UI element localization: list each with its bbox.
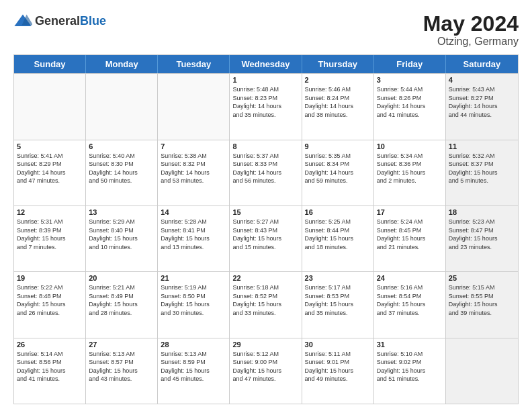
day-number: 25 — [449, 274, 515, 282]
cell-line: and 7 minutes. — [17, 243, 83, 252]
calendar-cell — [446, 338, 518, 404]
calendar-cell — [158, 74, 230, 139]
cell-line: Sunset: 8:48 PM — [17, 292, 83, 301]
cell-line: Sunset: 8:41 PM — [161, 226, 226, 235]
cell-line: Sunrise: 5:23 AM — [449, 218, 515, 226]
cell-line: Daylight: 14 hours — [449, 102, 515, 111]
calendar-cell: 30Sunrise: 5:11 AMSunset: 9:01 PMDayligh… — [302, 338, 374, 404]
calendar-cell: 9Sunrise: 5:35 AMSunset: 8:34 PMDaylight… — [302, 140, 374, 205]
cell-line: and 47 minutes. — [17, 177, 83, 185]
calendar-cell: 18Sunrise: 5:23 AMSunset: 8:47 PMDayligh… — [446, 206, 518, 271]
cell-line: Sunrise: 5:38 AM — [161, 152, 226, 161]
cell-line: Sunset: 8:49 PM — [89, 292, 154, 301]
cell-line: and 47 minutes. — [232, 375, 298, 383]
cell-line: Sunset: 8:30 PM — [89, 160, 154, 169]
cell-line: Daylight: 14 hours — [377, 102, 443, 111]
cell-line: and 23 minutes. — [449, 243, 515, 252]
cell-line: Sunset: 8:40 PM — [89, 226, 154, 235]
cell-line: Sunset: 8:57 PM — [89, 358, 154, 367]
cell-line: Daylight: 15 hours — [449, 234, 515, 243]
cell-line: Sunrise: 5:16 AM — [377, 283, 443, 292]
cell-line: and 59 minutes. — [305, 177, 371, 185]
cell-line: Sunrise: 5:10 AM — [377, 350, 443, 359]
calendar-cell: 5Sunrise: 5:41 AMSunset: 8:29 PMDaylight… — [14, 140, 86, 205]
calendar-cell: 10Sunrise: 5:34 AMSunset: 8:36 PMDayligh… — [374, 140, 446, 205]
calendar-row: 19Sunrise: 5:22 AMSunset: 8:48 PMDayligh… — [14, 271, 518, 337]
cell-line: and 43 minutes. — [89, 375, 154, 383]
day-number: 7 — [161, 142, 226, 150]
cell-line: and 50 minutes. — [89, 177, 154, 185]
cell-line: Sunrise: 5:13 AM — [161, 350, 226, 359]
cell-line: Daylight: 15 hours — [377, 169, 443, 177]
day-number: 29 — [232, 340, 298, 349]
calendar-cell: 27Sunrise: 5:13 AMSunset: 8:57 PMDayligh… — [86, 338, 158, 404]
calendar-body: 1Sunrise: 5:48 AMSunset: 8:23 PMDaylight… — [14, 73, 518, 404]
day-number: 13 — [89, 208, 154, 216]
calendar-cell: 22Sunrise: 5:18 AMSunset: 8:52 PMDayligh… — [230, 272, 302, 337]
title-block: May 2024 Otzing, Germany — [423, 12, 519, 48]
calendar-cell: 20Sunrise: 5:21 AMSunset: 8:49 PMDayligh… — [86, 272, 158, 337]
cell-line: Sunset: 8:26 PM — [377, 94, 443, 103]
day-number: 17 — [377, 208, 443, 216]
cell-line: Sunrise: 5:43 AM — [449, 85, 515, 94]
cell-line: Daylight: 15 hours — [232, 367, 298, 375]
day-number: 30 — [305, 340, 371, 349]
cell-line: Sunrise: 5:15 AM — [449, 283, 515, 292]
cell-line: and 35 minutes. — [232, 111, 298, 120]
cell-line: Sunrise: 5:29 AM — [89, 218, 154, 226]
cell-line: Sunrise: 5:25 AM — [305, 218, 371, 226]
cell-line: Daylight: 15 hours — [89, 367, 154, 375]
cell-line: Daylight: 15 hours — [161, 234, 226, 243]
cell-line: Daylight: 14 hours — [161, 169, 226, 177]
cell-line: and 56 minutes. — [232, 177, 298, 185]
cell-line: Sunset: 8:24 PM — [305, 94, 371, 103]
calendar-day-header: Sunday — [14, 55, 86, 73]
cell-line: Sunrise: 5:31 AM — [17, 218, 83, 226]
cell-line: Sunset: 8:44 PM — [305, 226, 371, 235]
cell-line: Sunset: 8:32 PM — [161, 160, 226, 169]
cell-line: and 45 minutes. — [161, 375, 226, 383]
calendar-day-header: Wednesday — [230, 55, 302, 73]
cell-line: Sunrise: 5:11 AM — [305, 350, 371, 359]
calendar-cell: 13Sunrise: 5:29 AMSunset: 8:40 PMDayligh… — [86, 206, 158, 271]
cell-line: Sunset: 8:55 PM — [449, 292, 515, 301]
day-number: 8 — [232, 142, 298, 150]
cell-line: Daylight: 15 hours — [89, 300, 154, 309]
calendar-cell: 14Sunrise: 5:28 AMSunset: 8:41 PMDayligh… — [158, 206, 230, 271]
cell-line: and 10 minutes. — [89, 243, 154, 252]
calendar-cell: 4Sunrise: 5:43 AMSunset: 8:27 PMDaylight… — [446, 74, 518, 139]
cell-line: Daylight: 15 hours — [305, 367, 371, 375]
day-number: 16 — [305, 208, 371, 216]
calendar-cell: 26Sunrise: 5:14 AMSunset: 8:56 PMDayligh… — [14, 338, 86, 404]
cell-line: and 21 minutes. — [377, 243, 443, 252]
cell-line: Sunrise: 5:32 AM — [449, 152, 515, 161]
cell-line: Daylight: 15 hours — [161, 367, 226, 375]
cell-line: Sunset: 8:33 PM — [232, 160, 298, 169]
cell-line: Sunrise: 5:24 AM — [377, 218, 443, 226]
calendar-day-header: Tuesday — [158, 55, 230, 73]
day-number: 26 — [17, 340, 83, 349]
cell-line: and 5 minutes. — [449, 177, 515, 185]
day-number: 28 — [161, 340, 226, 349]
day-number: 6 — [89, 142, 154, 150]
cell-line: Daylight: 15 hours — [305, 300, 371, 309]
cell-line: Sunrise: 5:14 AM — [17, 350, 83, 359]
calendar-cell: 12Sunrise: 5:31 AMSunset: 8:39 PMDayligh… — [14, 206, 86, 271]
cell-line: Sunset: 8:39 PM — [17, 226, 83, 235]
cell-line: Sunrise: 5:13 AM — [89, 350, 154, 359]
calendar-cell: 28Sunrise: 5:13 AMSunset: 8:59 PMDayligh… — [158, 338, 230, 404]
day-number: 31 — [377, 340, 443, 349]
cell-line: Sunset: 8:59 PM — [161, 358, 226, 367]
header: GeneralBlue May 2024 Otzing, Germany — [13, 12, 519, 48]
cell-line: and 41 minutes. — [17, 375, 83, 383]
cell-line: Daylight: 15 hours — [17, 300, 83, 309]
cell-line: Daylight: 15 hours — [161, 300, 226, 309]
cell-line: and 33 minutes. — [232, 309, 298, 318]
cell-line: and 53 minutes. — [161, 177, 226, 185]
calendar-cell — [86, 74, 158, 139]
cell-line: Daylight: 15 hours — [449, 169, 515, 177]
calendar-row: 26Sunrise: 5:14 AMSunset: 8:56 PMDayligh… — [14, 338, 518, 404]
logo: GeneralBlue — [13, 12, 106, 31]
cell-line: Sunrise: 5:34 AM — [377, 152, 443, 161]
cell-line: Sunrise: 5:35 AM — [305, 152, 371, 161]
